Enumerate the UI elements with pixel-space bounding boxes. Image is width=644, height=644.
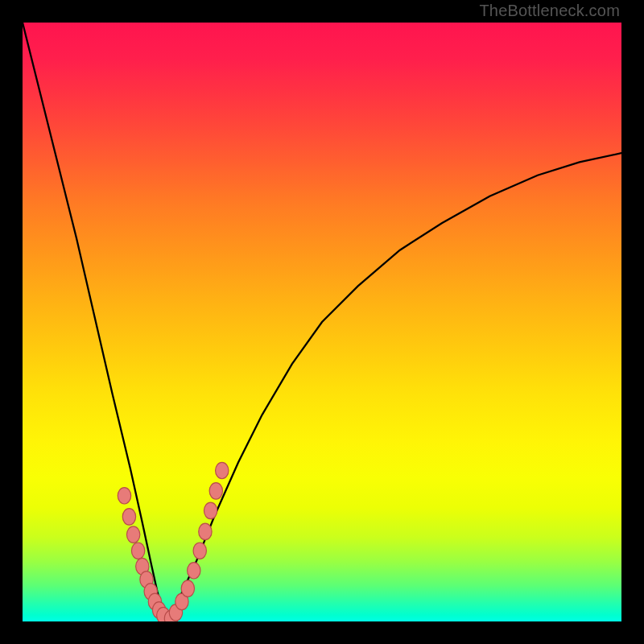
bead-left-2 <box>126 526 139 543</box>
bead-right-5 <box>193 543 206 559</box>
curve-right-branch <box>167 153 621 621</box>
bead-right-9 <box>216 462 229 478</box>
bead-right-8 <box>209 483 222 499</box>
bead-right-6 <box>199 523 212 539</box>
curve-group <box>23 23 621 621</box>
bead-left-0 <box>118 488 130 504</box>
bead-right-4 <box>188 563 200 579</box>
chart-svg <box>23 23 621 621</box>
bead-left-3 <box>131 543 144 559</box>
watermark-text: TheBottleneck.com <box>479 2 620 20</box>
bead-right-3 <box>181 580 194 597</box>
curve-left-branch <box>23 23 167 621</box>
plot-area <box>23 23 621 621</box>
bead-right-7 <box>204 502 217 518</box>
bead-left-1 <box>122 509 135 525</box>
chart-frame: TheBottleneck.com <box>0 0 644 644</box>
